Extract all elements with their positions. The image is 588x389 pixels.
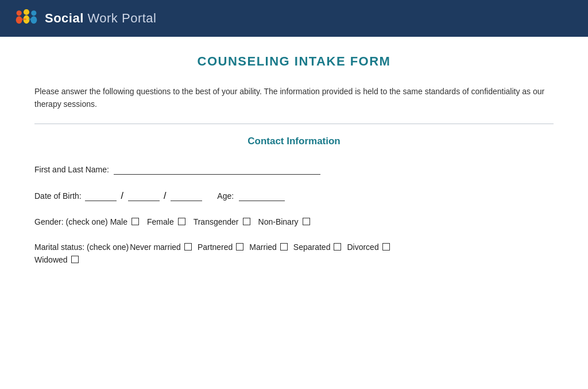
marital-married-label: Married: [249, 242, 276, 252]
gender-option-nonbinary: Non-Binary: [258, 217, 310, 226]
gender-male-checkbox[interactable]: [131, 218, 139, 225]
gender-label: Gender: (check one): [34, 217, 108, 226]
gender-female-label: Female: [147, 217, 174, 226]
gender-field: Gender: (check one) Male Female Transgen…: [34, 217, 554, 226]
age-label: Age:: [217, 191, 234, 201]
marital-married-checkbox[interactable]: [280, 243, 288, 251]
widowed-row: Widowed: [34, 255, 554, 264]
age-underline: [239, 201, 285, 201]
marital-option-widowed: Widowed: [34, 255, 549, 264]
name-underline: [114, 174, 320, 175]
dob-day: [128, 201, 160, 201]
divider: [34, 124, 554, 124]
gender-option-male: Male: [110, 217, 139, 226]
svg-point-0: [17, 10, 22, 16]
gender-nonbinary-checkbox[interactable]: [303, 218, 310, 225]
gender-option-female: Female: [147, 217, 185, 226]
marital-row: Marital status: (check one) Never marrie…: [34, 242, 554, 252]
marital-separated-checkbox[interactable]: [334, 243, 341, 251]
gender-transgender-label: Transgender: [194, 217, 239, 226]
main-content: COUNSELING INTAKE FORM Please answer the…: [0, 37, 588, 389]
marital-partnered-checkbox[interactable]: [236, 243, 243, 251]
logo-icon: [14, 8, 39, 29]
svg-point-4: [31, 10, 36, 16]
marital-option-married: Married: [249, 242, 287, 252]
page-wrapper: Social Work Portal COUNSELING INTAKE FOR…: [0, 0, 588, 389]
logo-area: Social Work Portal: [14, 8, 156, 29]
marital-widowed-label: Widowed: [34, 255, 68, 264]
gender-transgender-checkbox[interactable]: [243, 218, 250, 225]
name-label: First and Last Name:: [34, 165, 109, 174]
svg-rect-6: [21, 18, 26, 20]
dob-month: [85, 201, 117, 201]
svg-point-1: [16, 16, 22, 24]
svg-rect-7: [29, 18, 34, 20]
intro-text: Please answer the following questions to…: [34, 85, 554, 111]
marital-divorced-checkbox[interactable]: [382, 243, 390, 251]
marital-label: Marital status: (check one): [34, 242, 129, 252]
marital-option-divorced: Divorced: [347, 242, 389, 252]
marital-option-partnered: Partnered: [198, 242, 243, 252]
gender-female-checkbox[interactable]: [178, 218, 185, 225]
name-field: First and Last Name:: [34, 164, 554, 175]
marital-never-married-checkbox[interactable]: [184, 243, 192, 251]
marital-option-separated: Separated: [293, 242, 342, 252]
dob-field: Date of Birth: / / Age:: [34, 191, 554, 201]
marital-divorced-label: Divorced: [347, 242, 378, 252]
logo-bold: Social: [45, 11, 84, 25]
dob-year: [171, 201, 202, 201]
logo-light: Work Portal: [84, 11, 157, 25]
slash-2: /: [164, 191, 166, 201]
gender-row: Gender: (check one) Male Female Transgen…: [34, 217, 554, 226]
form-title: COUNSELING INTAKE FORM: [34, 54, 554, 69]
marital-never-married-label: Never married: [130, 242, 181, 252]
header: Social Work Portal: [0, 0, 588, 37]
marital-separated-label: Separated: [293, 242, 331, 252]
dob-label: Date of Birth:: [34, 191, 82, 201]
svg-point-2: [24, 9, 29, 15]
marital-widowed-checkbox[interactable]: [71, 256, 79, 263]
slash-1: /: [121, 191, 123, 201]
marital-partnered-label: Partnered: [198, 242, 233, 252]
gender-option-transgender: Transgender: [194, 217, 250, 226]
section-title: Contact Information: [34, 136, 554, 147]
marital-field: Marital status: (check one) Never marrie…: [34, 242, 554, 264]
gender-male-label: Male: [110, 217, 127, 226]
gender-nonbinary-label: Non-Binary: [258, 217, 299, 226]
marital-option-never-married: Never married: [130, 242, 192, 252]
logo-text: Social Work Portal: [45, 11, 156, 26]
